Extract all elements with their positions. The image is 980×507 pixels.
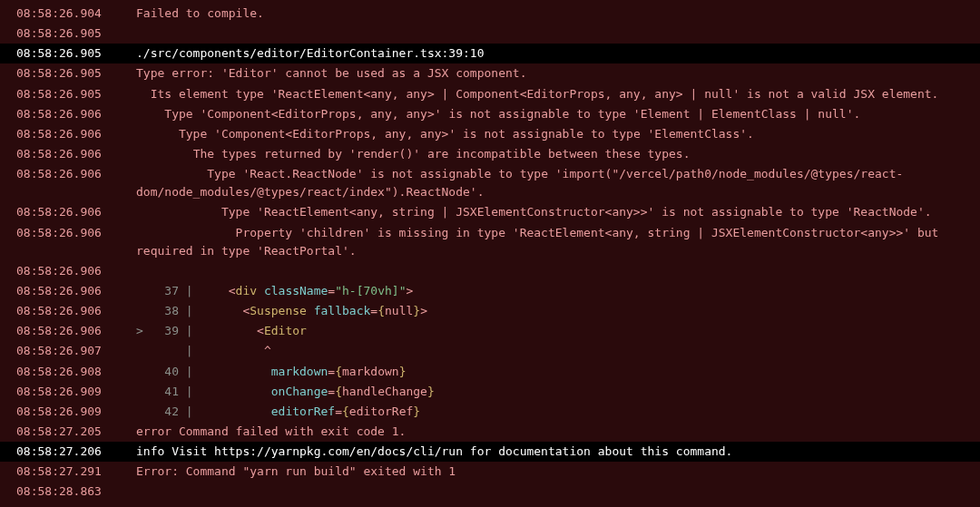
log-row[interactable]: 08:58:26.904Failed to compile. [0, 4, 980, 24]
code-gutter: | [136, 344, 200, 357]
code-segment: } [413, 304, 420, 317]
timestamp: 08:58:26.908 [0, 363, 127, 381]
timestamp: 08:58:26.906 [0, 224, 127, 242]
code-segment: } [427, 385, 435, 398]
log-row[interactable]: 08:58:26.906 The types returned by 'rend… [0, 144, 980, 164]
code-segment: < [229, 284, 236, 297]
timestamp: 08:58:26.906 [0, 145, 127, 163]
code-segment: className [264, 284, 328, 297]
log-message: Type 'Component<EditorProps, any, any>' … [127, 105, 980, 123]
timestamp: 08:58:26.906 [0, 322, 127, 340]
code-segment: Suspense [250, 304, 307, 317]
log-row[interactable]: 08:58:26.905./src/components/editor/Edit… [0, 44, 980, 63]
log-message: Type 'React.ReactNode' is not assignable… [127, 165, 980, 201]
timestamp: 08:58:26.905 [0, 24, 127, 43]
log-row[interactable]: 08:58:26.906 38 | <Suspense fallback={nu… [0, 301, 980, 321]
code-segment [200, 385, 270, 398]
log-message: Its element type 'ReactElement<any, any>… [127, 85, 980, 103]
timestamp: 08:58:26.907 [0, 342, 127, 360]
log-row[interactable]: 08:58:26.906 37 | <div className="h-[70v… [0, 281, 980, 301]
code-segment: div [236, 284, 257, 297]
timestamp: 08:58:28.863 [0, 483, 127, 501]
log-message: info Visit https://yarnpkg.com/en/docs/c… [127, 443, 980, 461]
log-row[interactable]: 08:58:26.906 [0, 261, 980, 281]
log-row[interactable]: 08:58:26.909 42 | editorRef={editorRef} [0, 402, 980, 422]
log-message: Type 'Component<EditorProps, any, any>' … [127, 125, 980, 143]
log-row[interactable]: 08:58:26.908 40 | markdown={markdown} [0, 362, 980, 382]
code-segment: { [377, 304, 385, 317]
code-segment: > [420, 304, 427, 317]
code-segment: > [406, 284, 413, 297]
code-segment: markdown [342, 365, 399, 378]
timestamp: 08:58:26.904 [0, 5, 127, 23]
log-row[interactable]: 08:58:26.905 [0, 24, 980, 44]
code-segment [200, 324, 257, 337]
code-segment: { [342, 405, 349, 418]
code-frame-line: 42 | editorRef={editorRef} [127, 403, 980, 421]
timestamp: 08:58:26.906 [0, 302, 127, 320]
log-message: ./src/components/editor/EditorContainer.… [127, 44, 980, 63]
code-segment [200, 304, 242, 317]
timestamp: 08:58:26.906 [0, 165, 127, 183]
log-row[interactable]: 08:58:27.206info Visit https://yarnpkg.c… [0, 442, 980, 462]
timestamp: 08:58:26.906 [0, 125, 127, 143]
timestamp: 08:58:26.906 [0, 282, 127, 300]
log-message: Property 'children' is missing in type '… [127, 224, 980, 260]
code-segment: null [385, 304, 413, 317]
code-frame-line: | ^ [127, 342, 980, 360]
code-segment: editorRef [271, 405, 335, 418]
log-message: error Command failed with exit code 1. [127, 423, 980, 441]
log-message: Type 'ReactElement<any, string | JSXElem… [127, 203, 980, 221]
log-row[interactable]: 08:58:26.905Type error: 'Editor' cannot … [0, 63, 980, 83]
code-gutter: 37 | [136, 284, 200, 297]
code-segment [200, 284, 228, 297]
code-segment: markdown [271, 365, 328, 378]
code-segment: "h-[70vh]" [335, 284, 406, 297]
log-row[interactable]: 08:58:28.863 [0, 482, 980, 502]
code-frame-line: 38 | <Suspense fallback={null}> [127, 302, 980, 320]
code-gutter: 38 | [136, 304, 200, 317]
timestamp: 08:58:26.906 [0, 262, 127, 280]
log-row[interactable]: 08:58:26.906 Property 'children' is miss… [0, 223, 980, 261]
log-row[interactable]: 08:58:26.906 Type 'React.ReactNode' is n… [0, 164, 980, 202]
timestamp: 08:58:26.905 [0, 64, 127, 83]
code-gutter: 40 | [136, 365, 200, 378]
code-gutter: > 39 | [136, 324, 200, 337]
code-segment: = [328, 365, 335, 378]
code-segment [257, 284, 264, 297]
timestamp: 08:58:26.905 [0, 85, 127, 103]
log-row[interactable]: 08:58:26.907 | ^ [0, 341, 980, 361]
timestamp: 08:58:27.206 [0, 443, 127, 461]
code-segment: = [328, 284, 335, 297]
log-message: Error: Command "yarn run build" exited w… [127, 463, 980, 481]
log-row[interactable]: 08:58:27.205error Command failed with ex… [0, 422, 980, 442]
log-message: Failed to compile. [127, 5, 980, 23]
code-segment: } [399, 365, 407, 378]
log-row[interactable]: 08:58:26.906 Type 'ReactElement<any, str… [0, 202, 980, 222]
log-row[interactable]: 08:58:26.906 Type 'Component<EditorProps… [0, 124, 980, 144]
code-segment [200, 405, 270, 418]
timestamp: 08:58:26.906 [0, 105, 127, 123]
log-row[interactable]: 08:58:26.906 Type 'Component<EditorProps… [0, 104, 980, 124]
log-row[interactable]: 08:58:26.906> 39 | <Editor [0, 321, 980, 341]
code-gutter: 41 | [136, 385, 200, 398]
code-frame-line: 40 | markdown={markdown} [127, 363, 980, 381]
code-segment: { [335, 385, 342, 398]
code-segment: < [257, 324, 264, 337]
code-segment: editorRef [349, 405, 413, 418]
code-segment [307, 304, 314, 317]
log-row[interactable]: 08:58:26.905 Its element type 'ReactElem… [0, 84, 980, 104]
log-row[interactable]: 08:58:27.291Error: Command "yarn run bui… [0, 462, 980, 482]
log-row[interactable]: 08:58:26.909 41 | onChange={handleChange… [0, 382, 980, 402]
timestamp: 08:58:27.205 [0, 423, 127, 441]
code-frame-line: > 39 | <Editor [127, 322, 980, 340]
code-segment: handleChange [342, 385, 427, 398]
code-segment [200, 365, 270, 378]
timestamp: 08:58:26.905 [0, 44, 127, 63]
code-segment: Editor [264, 324, 307, 337]
code-segment: onChange [271, 385, 328, 398]
log-message: The types returned by 'render()' are inc… [127, 145, 980, 163]
timestamp: 08:58:26.906 [0, 203, 127, 221]
code-segment: { [335, 365, 342, 378]
code-segment: = [328, 385, 335, 398]
